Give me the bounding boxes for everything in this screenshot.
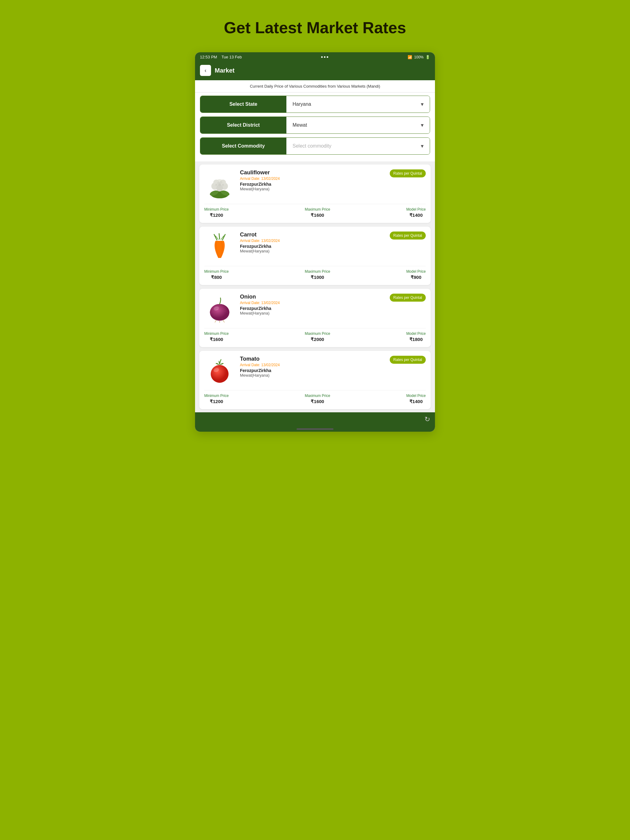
chevron-down-icon: ▾ [421, 101, 424, 107]
chevron-down-icon-2: ▾ [421, 122, 424, 128]
nav-title: Market [215, 67, 234, 74]
product-name: Tomato [240, 356, 385, 362]
selector-section: Select State Haryana ▾ Select District M… [195, 93, 435, 161]
rates-badge: Rates per Quintal [390, 169, 426, 177]
svg-point-13 [222, 183, 224, 186]
max-price-block: Maximum Price ₹1600 [305, 393, 330, 404]
min-price-value: ₹1600 [210, 337, 223, 342]
sub-header: Current Daily Price of Various Commoditi… [195, 80, 435, 93]
min-price-value: ₹1200 [210, 212, 223, 218]
min-price-block: Minimum Price ₹800 [204, 269, 229, 280]
min-price-label: Minimum Price [204, 207, 229, 212]
svg-line-15 [219, 234, 220, 239]
indicator-bar [296, 428, 334, 430]
product-info: Carrot Arrival Date: 13/02/2024 Ferozpur… [240, 232, 385, 253]
product-card: Carrot Arrival Date: 13/02/2024 Ferozpur… [199, 227, 431, 285]
commodity-dropdown[interactable]: Select commodity ▾ [287, 138, 430, 154]
svg-point-10 [220, 181, 222, 183]
location-secondary: Mewat(Haryana) [240, 186, 385, 191]
back-chevron-icon: ‹ [204, 67, 206, 74]
rates-badge: Rates per Quintal [390, 356, 426, 364]
location-primary: FerozpurZirkha [240, 306, 385, 311]
commodity-selector-row: Select Commodity Select commodity ▾ [200, 137, 430, 155]
product-card: Cauliflower Arrival Date: 13/02/2024 Fer… [199, 164, 431, 223]
cards-section: Cauliflower Arrival Date: 13/02/2024 Fer… [195, 161, 435, 412]
status-bar: 12:53 PM Tue 13 Feb 📶 100% 🔋 [195, 52, 435, 62]
product-image [204, 232, 235, 262]
model-price-block: Model Price ₹1400 [406, 207, 426, 218]
arrival-date: Arrival Date: 13/02/2024 [240, 301, 385, 305]
max-price-value: ₹1000 [311, 275, 324, 280]
page-title: Get Latest Market Rates [183, 0, 447, 52]
battery-percent: 100% [414, 55, 424, 59]
svg-point-20 [210, 304, 230, 321]
arrival-date: Arrival Date: 13/02/2024 [240, 238, 385, 243]
min-price-value: ₹800 [211, 275, 222, 280]
location-secondary: Mewat(Haryana) [240, 373, 385, 377]
svg-point-23 [211, 365, 229, 383]
district-dropdown[interactable]: Mewat ▾ [287, 117, 430, 133]
max-price-value: ₹1600 [311, 212, 324, 218]
district-selector-row: Select District Mewat ▾ [200, 117, 430, 134]
state-selector-row: Select State Haryana ▾ [200, 96, 430, 113]
back-button[interactable]: ‹ [200, 65, 211, 76]
min-price-label: Minimum Price [204, 332, 229, 336]
model-price-value: ₹1400 [410, 399, 423, 404]
product-info: Tomato Arrival Date: 13/02/2024 Ferozpur… [240, 356, 385, 377]
wifi-icon: 📶 [408, 55, 412, 59]
status-date: Tue 13 Feb [222, 55, 242, 59]
dot-2 [324, 56, 326, 58]
location-primary: FerozpurZirkha [240, 244, 385, 249]
refresh-icon[interactable]: ↻ [424, 415, 430, 423]
min-price-label: Minimum Price [204, 269, 229, 274]
min-price-block: Minimum Price ₹1200 [204, 207, 229, 218]
max-price-label: Maximum Price [305, 393, 330, 398]
sub-header-text: Current Daily Price of Various Commoditi… [250, 84, 380, 88]
location-primary: FerozpurZirkha [240, 182, 385, 186]
chevron-down-icon-3: ▾ [421, 143, 424, 149]
arrival-date: Arrival Date: 13/02/2024 [240, 363, 385, 367]
max-price-label: Maximum Price [305, 332, 330, 336]
status-time: 12:53 PM [200, 55, 217, 59]
card-top: Tomato Arrival Date: 13/02/2024 Ferozpur… [204, 356, 426, 387]
max-price-block: Maximum Price ₹1600 [305, 207, 330, 218]
phone-frame: 12:53 PM Tue 13 Feb 📶 100% 🔋 ‹ Market Cu… [195, 52, 435, 432]
bottom-indicator [195, 426, 435, 432]
product-image [204, 169, 235, 200]
min-price-block: Minimum Price ₹1600 [204, 332, 229, 342]
model-price-value: ₹900 [411, 275, 421, 280]
arrival-date: Arrival Date: 13/02/2024 [240, 177, 385, 181]
commodity-selector-label: Select Commodity [200, 138, 287, 154]
card-top: Carrot Arrival Date: 13/02/2024 Ferozpur… [204, 232, 426, 262]
card-top: Onion Arrival Date: 13/02/2024 FerozpurZ… [204, 294, 426, 324]
model-price-label: Model Price [406, 393, 426, 398]
model-price-block: Model Price ₹900 [406, 269, 426, 280]
state-dropdown[interactable]: Haryana ▾ [287, 96, 430, 112]
max-price-block: Maximum Price ₹2000 [305, 332, 330, 342]
min-price-label: Minimum Price [204, 393, 229, 398]
product-card: Onion Arrival Date: 13/02/2024 FerozpurZ… [199, 289, 431, 347]
svg-point-12 [215, 183, 217, 186]
card-prices: Minimum Price ₹1200 Maximum Price ₹1600 … [204, 390, 426, 404]
max-price-value: ₹1600 [311, 399, 324, 404]
model-price-label: Model Price [406, 207, 426, 212]
product-info: Cauliflower Arrival Date: 13/02/2024 Fer… [240, 169, 385, 191]
district-selector-label: Select District [200, 117, 287, 133]
max-price-label: Maximum Price [305, 207, 330, 212]
bottom-bar: ↻ [195, 412, 435, 426]
min-price-block: Minimum Price ₹1200 [204, 393, 229, 404]
product-info: Onion Arrival Date: 13/02/2024 FerozpurZ… [240, 294, 385, 316]
max-price-label: Maximum Price [305, 269, 330, 274]
rates-badge: Rates per Quintal [390, 232, 426, 240]
min-price-value: ₹1200 [210, 399, 223, 404]
max-price-value: ₹2000 [311, 337, 324, 342]
product-name: Onion [240, 294, 385, 300]
model-price-block: Model Price ₹1800 [406, 332, 426, 342]
card-prices: Minimum Price ₹1200 Maximum Price ₹1600 … [204, 204, 426, 218]
product-name: Cauliflower [240, 169, 385, 176]
location-primary: FerozpurZirkha [240, 368, 385, 373]
model-price-block: Model Price ₹1400 [406, 393, 426, 404]
model-price-label: Model Price [406, 332, 426, 336]
location-secondary: Mewat(Haryana) [240, 249, 385, 253]
product-card: Tomato Arrival Date: 13/02/2024 Ferozpur… [199, 351, 431, 409]
